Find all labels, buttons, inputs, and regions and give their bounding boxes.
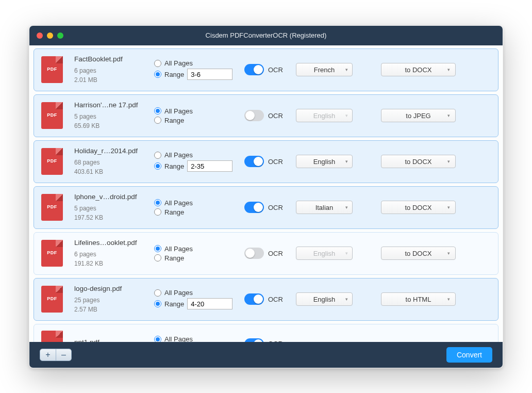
ocr-toggle[interactable] (244, 293, 264, 305)
range-radio[interactable] (154, 300, 161, 307)
convert-button[interactable]: Convert (446, 347, 492, 363)
range-label: Range (164, 71, 184, 78)
file-meta: Harrison'…ne 17.pdf5 pages65.69 KB (74, 101, 154, 130)
chevron-down-icon: ▾ (345, 159, 348, 164)
range-radio[interactable] (154, 162, 161, 170)
file-row[interactable]: PDFHoliday_r…2014.pdf68 pages403.61 KBAl… (34, 140, 498, 183)
chevron-down-icon: ▾ (345, 113, 348, 118)
all-pages-label: All Pages (164, 289, 193, 297)
file-name: Iphone_v…droid.pdf (74, 193, 154, 201)
language-select[interactable]: French▾ (296, 63, 353, 76)
ocr-label: OCR (268, 112, 283, 120)
all-pages-radio[interactable] (154, 60, 161, 67)
range-radio[interactable] (154, 208, 161, 216)
file-row[interactable]: PDFFactBooklet.pdf6 pages2.01 MBAll Page… (34, 48, 498, 91)
chevron-down-icon: ▾ (447, 251, 450, 256)
pages-selection: All PagesRange (154, 198, 244, 218)
all-pages-radio[interactable] (154, 336, 161, 342)
close-icon[interactable] (37, 32, 43, 39)
range-radio[interactable] (154, 254, 161, 261)
file-list[interactable]: PDFFactBooklet.pdf6 pages2.01 MBAll Page… (29, 45, 503, 342)
all-pages-radio[interactable] (154, 199, 161, 206)
all-pages-label: All Pages (164, 59, 193, 67)
file-size: 65.69 KB (74, 121, 154, 130)
pages-selection: All PagesRange (154, 58, 244, 81)
format-select[interactable]: to DOCX▾ (381, 155, 456, 168)
language-column: English▾ (296, 247, 381, 260)
format-select[interactable]: to DOCX▾ (381, 247, 456, 260)
pdf-badge-label: PDF (41, 341, 63, 342)
all-pages-radio[interactable] (154, 107, 161, 114)
format-column: to DOCX▾ (381, 247, 456, 260)
ocr-toggle[interactable] (244, 202, 264, 213)
language-select: English▾ (296, 109, 353, 122)
file-name: Lifelines…ooklet.pdf (74, 239, 154, 247)
range-radio[interactable] (154, 71, 161, 78)
ocr-toggle[interactable] (244, 338, 264, 342)
range-input[interactable] (187, 298, 232, 309)
pdf-file-icon: PDF (41, 240, 63, 267)
language-select[interactable]: Italian▾ (296, 201, 353, 214)
ocr-control: OCR (244, 110, 296, 121)
format-select[interactable]: to DOCX▾ (381, 63, 456, 76)
format-value: to DOCX (405, 158, 431, 166)
ocr-toggle[interactable] (244, 248, 264, 259)
format-value: to DOCX (405, 204, 431, 211)
zoom-icon[interactable] (57, 32, 63, 39)
file-size: 403.61 KB (74, 167, 154, 176)
format-column: to DOCX▾ (381, 201, 456, 214)
format-select[interactable]: to HTML▾ (381, 292, 456, 306)
format-select[interactable]: to DOCX▾ (381, 201, 456, 214)
language-value: French (314, 66, 335, 74)
chevron-down-icon: ▾ (447, 159, 450, 164)
add-remove-group: + – (40, 349, 72, 361)
file-meta: Lifelines…ooklet.pdf6 pages191.82 KB (74, 239, 154, 268)
pages-selection: All PagesRange (154, 334, 244, 342)
range-label: Range (164, 254, 184, 262)
format-value: to JPEG (406, 112, 430, 120)
remove-button[interactable]: – (56, 349, 71, 361)
all-pages-label: All Pages (164, 245, 193, 253)
minimize-icon[interactable] (47, 32, 53, 39)
range-input[interactable] (187, 69, 232, 80)
file-row[interactable]: PDFLifelines…ooklet.pdf6 pages191.82 KBA… (34, 232, 498, 275)
file-size: 2.01 MB (74, 75, 154, 85)
add-button[interactable]: + (40, 349, 56, 361)
range-input[interactable] (187, 160, 232, 172)
language-column: English▾ (296, 109, 381, 122)
ocr-toggle[interactable] (244, 110, 264, 121)
all-pages-label: All Pages (164, 151, 193, 159)
format-column: to DOCX▾ (381, 63, 456, 76)
file-row[interactable]: PDFppt1.pdfAll PagesRangeOCR (34, 324, 498, 342)
ocr-toggle[interactable] (244, 156, 264, 167)
ocr-label: OCR (268, 250, 283, 257)
file-name: FactBooklet.pdf (74, 55, 154, 63)
chevron-down-icon: ▾ (447, 67, 450, 72)
all-pages-radio[interactable] (154, 289, 161, 297)
file-size: 191.82 KB (74, 259, 154, 268)
pdf-file-icon: PDF (41, 286, 63, 313)
all-pages-radio[interactable] (154, 245, 161, 252)
chevron-down-icon: ▾ (447, 113, 450, 118)
pages-selection: All PagesRange (154, 150, 244, 173)
file-meta: logo-design.pdf25 pages2.57 MB (74, 285, 154, 314)
language-select[interactable]: English▾ (296, 292, 353, 306)
file-row[interactable]: PDFIphone_v…droid.pdf5 pages197.52 KBAll… (34, 186, 498, 229)
range-radio[interactable] (154, 117, 161, 124)
format-column: to DOCX▾ (381, 155, 456, 168)
file-meta: Holiday_r…2014.pdf68 pages403.61 KB (74, 147, 154, 176)
file-meta: FactBooklet.pdf6 pages2.01 MB (74, 55, 154, 85)
format-select[interactable]: to JPEG▾ (381, 109, 456, 122)
pdf-badge-label: PDF (41, 250, 63, 255)
language-select[interactable]: English▾ (296, 155, 353, 168)
pdf-badge-label: PDF (41, 296, 63, 301)
format-column: to HTML▾ (381, 292, 456, 306)
ocr-toggle[interactable] (244, 64, 264, 75)
file-row[interactable]: PDFlogo-design.pdf25 pages2.57 MBAll Pag… (34, 278, 498, 321)
ocr-label: OCR (268, 66, 283, 74)
file-row[interactable]: PDFHarrison'…ne 17.pdf5 pages65.69 KBAll… (34, 94, 498, 137)
file-size: 197.52 KB (74, 213, 154, 222)
all-pages-radio[interactable] (154, 152, 161, 159)
ocr-label: OCR (268, 158, 283, 166)
language-select: English▾ (296, 247, 353, 260)
